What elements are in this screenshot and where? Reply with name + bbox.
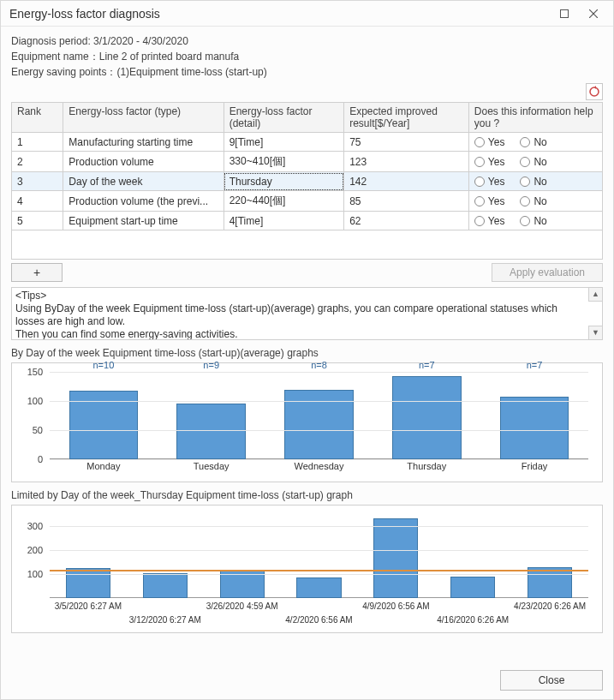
x-label: Monday	[50, 461, 158, 478]
trend-line	[50, 570, 588, 571]
x-label: 4/9/2020 6:56 AM	[357, 601, 434, 613]
bar	[296, 577, 341, 598]
table-row[interactable]: 4Production volume (the previ...220~440[…	[12, 191, 603, 212]
radio-yes[interactable]: Yes	[474, 156, 505, 168]
header-help: Does this information help you ?	[468, 103, 602, 133]
cell-help: YesNo	[468, 212, 602, 230]
radio-no[interactable]: No	[520, 176, 546, 188]
x-label: 4/2/2020 6:56 AM	[281, 615, 358, 627]
table-row[interactable]: 1Manufacturing starting time9[Time]75Yes…	[12, 133, 603, 152]
tips-scroll-down[interactable]: ▼	[588, 326, 602, 339]
cell-detail: 330~410[個]	[224, 152, 343, 172]
x-label	[511, 615, 588, 627]
chart2-title: Limited by Day of the week_Thursday Equi…	[11, 489, 603, 501]
bar	[373, 518, 418, 598]
cell-rank: 4	[12, 191, 63, 212]
radio-no[interactable]: No	[520, 195, 546, 207]
bar	[392, 376, 462, 459]
table-row[interactable]: 2Production volume330~410[個]123YesNo	[12, 152, 603, 172]
cell-factor: Production volume	[63, 152, 224, 172]
bar	[176, 404, 246, 459]
x-label	[357, 615, 434, 627]
cell-result: 85	[344, 191, 469, 212]
factor-table: Rank Energy-loss factor (type) Energy-lo…	[11, 102, 603, 230]
x-label: 3/26/2020 4:59 AM	[204, 601, 281, 613]
cell-help: YesNo	[468, 152, 602, 172]
y-tick: 100	[27, 396, 43, 406]
cell-rank: 1	[12, 133, 63, 152]
bar	[66, 568, 110, 598]
table-row[interactable]: 3Day of the weekThursday142YesNo	[12, 172, 603, 191]
maximize-button[interactable]	[550, 3, 579, 24]
refresh-icon[interactable]	[586, 83, 603, 100]
bar	[500, 397, 569, 459]
equipment-name: Equipment name：Line 2 of printed board m…	[11, 49, 603, 64]
bar-annotation: n=8	[311, 360, 327, 370]
radio-no[interactable]: No	[520, 136, 546, 148]
radio-no[interactable]: No	[520, 215, 546, 227]
x-label	[281, 601, 358, 613]
y-tick: 200	[27, 545, 43, 555]
cell-factor: Day of the week	[63, 172, 224, 191]
cell-result: 123	[344, 152, 469, 172]
svg-point-3	[590, 87, 599, 96]
x-label: Thursday	[373, 461, 480, 478]
x-label	[434, 601, 511, 613]
cell-detail: Thursday	[224, 172, 343, 191]
x-label: 4/23/2020 6:26 AM	[511, 601, 588, 613]
x-label: Tuesday	[158, 461, 265, 478]
cell-help: YesNo	[468, 133, 602, 152]
chart2: 100200300 3/5/2020 6:27 AM3/26/2020 4:59…	[11, 505, 603, 633]
add-row-button[interactable]: +	[11, 263, 63, 282]
chart1: 050100150 n=10n=9n=8n=7n=7 MondayTuesday…	[11, 362, 603, 482]
radio-yes[interactable]: Yes	[474, 176, 505, 188]
header-detail: Energy-loss factor (detail)	[224, 103, 343, 133]
y-tick: 50	[33, 425, 43, 435]
y-tick: 150	[27, 367, 43, 377]
cell-result: 75	[344, 133, 469, 152]
header-factor: Energy-loss factor (type)	[63, 103, 224, 133]
x-label: 3/5/2020 6:27 AM	[50, 601, 127, 613]
close-button[interactable]: Close	[500, 670, 603, 691]
y-tick: 300	[27, 521, 43, 531]
cell-help: YesNo	[468, 191, 602, 212]
apply-evaluation-button[interactable]: Apply evaluation	[492, 263, 603, 282]
cell-rank: 2	[12, 152, 63, 172]
chart1-title: By Day of the week Equipment time-loss (…	[11, 347, 603, 359]
cell-detail: 9[Time]	[224, 133, 343, 152]
bar-annotation: n=7	[419, 360, 435, 370]
tips-scroll-up[interactable]: ▲	[588, 288, 602, 302]
radio-no[interactable]: No	[520, 156, 546, 168]
bar-annotation: n=9	[203, 360, 219, 370]
diagnosis-period: Diagnosis period: 3/1/2020 - 4/30/2020	[11, 33, 603, 49]
cell-rank: 3	[12, 172, 63, 191]
cell-help: YesNo	[468, 172, 602, 191]
window-title: Energy-loss factor diagnosis	[9, 7, 550, 21]
cell-result: 62	[344, 212, 469, 230]
bar-annotation: n=7	[527, 360, 543, 370]
cell-result: 142	[344, 172, 469, 191]
x-label: 4/16/2020 6:26 AM	[434, 615, 511, 627]
table-empty-area	[11, 230, 603, 260]
bar	[450, 577, 495, 598]
x-label	[50, 615, 127, 627]
cell-factor: Equipment start-up time	[63, 212, 224, 230]
close-window-button[interactable]	[579, 3, 608, 24]
x-label	[204, 615, 281, 627]
header-result: Expected improved result[$/Year]	[344, 103, 469, 133]
radio-yes[interactable]: Yes	[474, 136, 505, 148]
table-row[interactable]: 5Equipment start-up time4[Time]62YesNo	[12, 212, 603, 230]
cell-rank: 5	[12, 212, 63, 230]
cell-factor: Production volume (the previ...	[63, 191, 224, 212]
radio-yes[interactable]: Yes	[474, 195, 505, 207]
tips-box: <Tips> Using ByDay of the week Equipment…	[11, 287, 603, 340]
cell-detail: 220~440[個]	[224, 191, 343, 212]
energy-saving-points: Energy saving points：(1)Equipment time-l…	[11, 64, 603, 80]
x-label: Wednesday	[265, 461, 373, 478]
bar-annotation: n=10	[93, 360, 115, 370]
x-label: 3/12/2020 6:27 AM	[127, 615, 204, 627]
x-label: Friday	[480, 461, 588, 478]
x-label	[127, 601, 204, 613]
bar	[143, 573, 188, 598]
radio-yes[interactable]: Yes	[474, 215, 505, 227]
